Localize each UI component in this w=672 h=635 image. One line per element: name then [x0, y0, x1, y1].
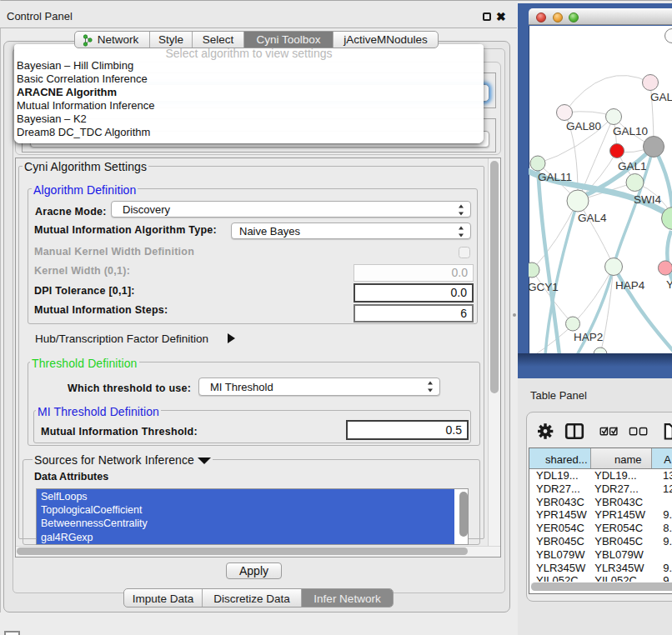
svg-text:Y: Y — [666, 278, 672, 291]
svg-text:SWI4: SWI4 — [634, 193, 661, 206]
svg-text:HAP2: HAP2 — [574, 331, 603, 343]
svg-text:GAL11: GAL11 — [538, 171, 572, 183]
svg-text:HAP4: HAP4 — [615, 279, 645, 292]
svg-text:GAL: GAL — [650, 91, 672, 103]
svg-text:GAL1: GAL1 — [618, 160, 647, 172]
svg-text:GAL4: GAL4 — [578, 212, 607, 224]
svg-text:GAL10: GAL10 — [613, 125, 648, 138]
svg-text:GAL80: GAL80 — [566, 120, 601, 132]
svg-text:GCY1: GCY1 — [529, 281, 559, 293]
